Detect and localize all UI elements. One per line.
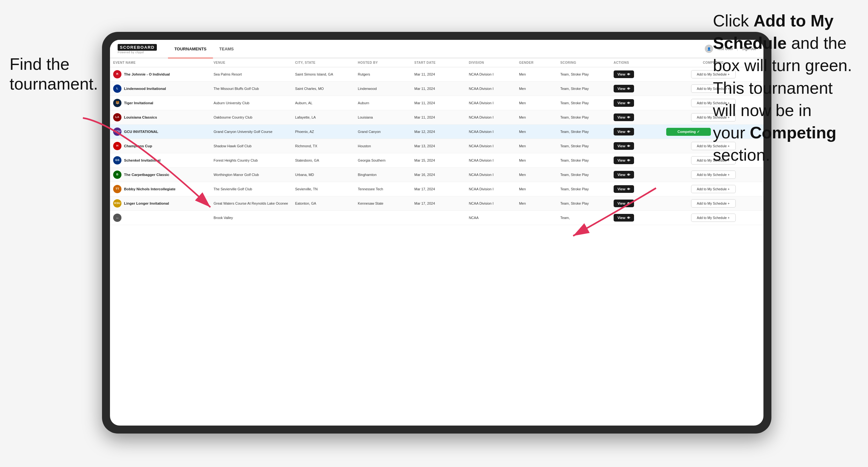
team-logo: 🐯 <box>113 99 121 107</box>
scoring-cell: Team, Stroke Play <box>557 153 611 168</box>
col-header-actions: ACTIONS <box>611 58 663 67</box>
hosted-cell <box>355 211 411 225</box>
event-name: Schenkel Invitational <box>124 158 160 163</box>
gender-cell: Men <box>516 196 557 211</box>
competing-cell: Add to My Schedule + <box>663 168 764 182</box>
division-cell: NCAA Division I <box>466 182 516 196</box>
gender-cell <box>516 211 557 225</box>
city-cell: Urbana, MD <box>292 168 355 182</box>
event-name: The Carpetbagger Classic <box>124 173 169 177</box>
competing-cell: Add to My Schedule + <box>663 182 764 196</box>
view-button[interactable]: View 👁 <box>614 114 634 121</box>
team-logo: L <box>113 85 121 93</box>
table-row: LALouisiana ClassicsOakbourne Country Cl… <box>110 110 764 125</box>
view-button[interactable]: View 👁 <box>614 199 634 207</box>
city-cell: Saint Charles, MO <box>292 82 355 96</box>
venue-cell: Grand Canyon University Golf Course <box>210 125 292 139</box>
view-button[interactable]: View 👁 <box>614 99 634 107</box>
team-logo: R <box>113 70 121 79</box>
gender-cell: Men <box>516 96 557 110</box>
view-button[interactable]: View 👁 <box>614 171 634 179</box>
col-header-city: CITY, STATE <box>292 58 355 67</box>
gender-cell: Men <box>516 182 557 196</box>
venue-cell: Forest Heights Country Club <box>210 153 292 168</box>
gender-cell: Men <box>516 67 557 82</box>
view-button[interactable]: View 👁 <box>614 128 634 135</box>
actions-cell: View 👁 <box>611 182 663 196</box>
event-name: Bobby Nichols Intercollegiate <box>124 187 176 192</box>
gender-cell: Men <box>516 168 557 182</box>
competing-button[interactable]: Competing ✓ <box>666 128 711 136</box>
view-button[interactable]: View 👁 <box>614 142 634 150</box>
hosted-cell: Binghamton <box>355 168 411 182</box>
actions-cell: View 👁 <box>611 168 663 182</box>
gender-cell: Men <box>516 110 557 125</box>
date-cell: Mar 11, 2024 <box>411 82 466 96</box>
annotation-left: Find thetournament. <box>9 54 98 94</box>
table-row: GSSchenkel InvitationalForest Heights Co… <box>110 153 764 168</box>
view-button[interactable]: View 👁 <box>614 85 634 92</box>
event-name: Linger Longer Invitational <box>124 201 169 206</box>
hosted-cell: Grand Canyon <box>355 125 411 139</box>
hosted-cell: Tennessee Tech <box>355 182 411 196</box>
date-cell: Mar 11, 2024 <box>411 110 466 125</box>
division-cell: NCAA Division I <box>466 110 516 125</box>
col-header-event: EVENT NAME <box>110 58 210 67</box>
scoring-cell: Team, Stroke Play <box>557 96 611 110</box>
venue-cell: Sea Palms Resort <box>210 67 292 82</box>
division-cell: NCAA Division I <box>466 168 516 182</box>
scoring-cell: Team, Stroke Play <box>557 168 611 182</box>
team-logo: TT <box>113 185 121 193</box>
add-to-schedule-button[interactable]: Add to My Schedule + <box>691 185 736 193</box>
hosted-cell: Houston <box>355 139 411 153</box>
competing-cell: Add to My Schedule + <box>663 211 764 225</box>
city-cell: Lafayette, LA <box>292 110 355 125</box>
tab-tournaments[interactable]: TOURNAMENTS <box>168 40 213 58</box>
city-cell: Saint Simons Island, GA <box>292 67 355 82</box>
division-cell: NCAA Division I <box>466 125 516 139</box>
view-button[interactable]: View 👁 <box>614 214 634 222</box>
gender-cell: Men <box>516 125 557 139</box>
col-header-venue: VENUE <box>210 58 292 67</box>
date-cell: Mar 12, 2024 <box>411 125 466 139</box>
actions-cell: View 👁 <box>611 196 663 211</box>
division-cell: NCAA Division I <box>466 196 516 211</box>
table-row: TTBobby Nichols IntercollegiateThe Sevie… <box>110 182 764 196</box>
add-to-schedule-button[interactable]: Add to My Schedule + <box>691 214 736 222</box>
actions-cell: View 👁 <box>611 211 663 225</box>
add-to-schedule-button[interactable]: Add to My Schedule + <box>691 170 736 179</box>
actions-cell: View 👁 <box>611 139 663 153</box>
col-header-date: START DATE <box>411 58 466 67</box>
division-cell: NCAA Division I <box>466 139 516 153</box>
col-header-hosted: HOSTED BY <box>355 58 411 67</box>
logo-area: SCOREBOARD Powered by clippd <box>118 44 158 54</box>
table-row: 🐯Tiger InvitationalAuburn University Clu… <box>110 96 764 110</box>
table-row: RThe Johnnie - O IndividualSea Palms Res… <box>110 67 764 82</box>
event-name: Louisiana Classics <box>124 115 157 120</box>
actions-cell: View 👁 <box>611 67 663 82</box>
view-button[interactable]: View 👁 <box>614 185 634 193</box>
team-logo: H <box>113 142 121 150</box>
city-cell: Phoenix, AZ <box>292 125 355 139</box>
city-cell: Eatonton, GA <box>292 196 355 211</box>
hosted-cell: Georgia Southern <box>355 153 411 168</box>
venue-cell: Auburn University Club <box>210 96 292 110</box>
team-logo: LA <box>113 113 121 121</box>
annotation-right: Click Add to MySchedule and the box will… <box>713 9 852 166</box>
actions-cell: View 👁 <box>611 110 663 125</box>
venue-cell: Great Waters Course At Reynolds Lake Oco… <box>210 196 292 211</box>
gender-cell: Men <box>516 153 557 168</box>
table-container: EVENT NAME VENUE CITY, STATE HOSTED BY S… <box>110 58 764 426</box>
date-cell: Mar 13, 2024 <box>411 139 466 153</box>
logo-sub: Powered by clippd <box>118 51 158 54</box>
venue-cell: Worthington Manor Golf Club <box>210 168 292 182</box>
date-cell <box>411 211 466 225</box>
division-cell: NCAA Division I <box>466 82 516 96</box>
scoring-cell: Team, Stroke Play <box>557 110 611 125</box>
date-cell: Mar 16, 2024 <box>411 168 466 182</box>
view-button[interactable]: View 👁 <box>614 157 634 164</box>
tab-teams[interactable]: TEAMS <box>213 40 240 58</box>
view-button[interactable]: View 👁 <box>614 70 634 78</box>
add-to-schedule-button[interactable]: Add to My Schedule + <box>691 199 736 208</box>
actions-cell: View 👁 <box>611 82 663 96</box>
